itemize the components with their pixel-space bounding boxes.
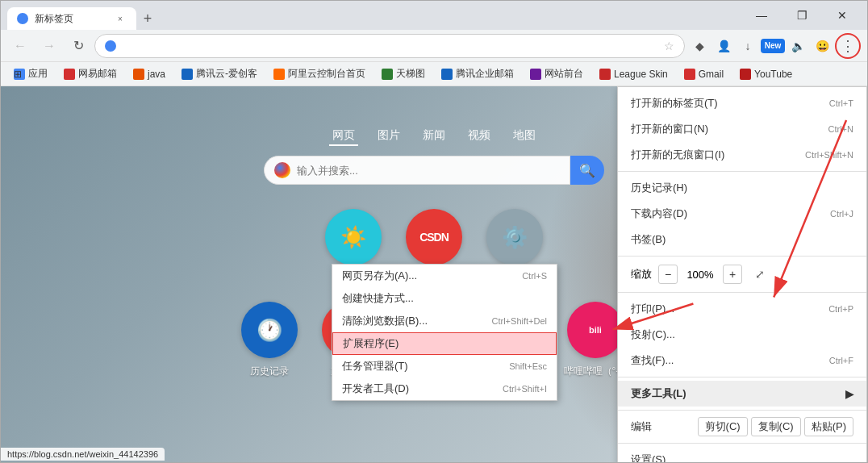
cut-button[interactable]: 剪切(C) bbox=[698, 417, 748, 436]
bookmark-aliyun[interactable]: 阿里云控制台首页 bbox=[267, 65, 372, 83]
zoom-plus-button[interactable]: + bbox=[723, 265, 742, 284]
bookmark-tencent-cloud[interactable]: 腾讯云-爱创客 bbox=[175, 65, 264, 83]
address-bar[interactable]: ☆ bbox=[94, 34, 685, 58]
menu-downloads-shortcut: Ctrl+J bbox=[830, 209, 853, 219]
search-tab-web[interactable]: 网页 bbox=[329, 127, 358, 146]
search-tab-map[interactable]: 地图 bbox=[510, 127, 539, 146]
tencent-cloud-icon bbox=[182, 69, 193, 80]
context-menu: 网页另存为(A)... Ctrl+S 创建快捷方式... 清除浏览数据(B)..… bbox=[332, 264, 557, 401]
menu-find-label: 查找(F)... bbox=[631, 353, 674, 368]
bookmark-league-skin[interactable]: League Skin bbox=[593, 65, 674, 83]
bookmark-aliyun-label: 阿里云控制台首页 bbox=[288, 67, 365, 81]
menu-print-label: 打印(P)... bbox=[631, 302, 674, 316]
app-bilibili-icon: bili bbox=[567, 302, 624, 358]
ctx-shortcut[interactable]: 创建快捷方式... bbox=[332, 287, 557, 310]
forward-button[interactable]: → bbox=[36, 33, 62, 59]
ctx-clear-browsing[interactable]: 清除浏览数据(B)... Ctrl+Shift+Del bbox=[332, 310, 557, 332]
bookmark-ladder[interactable]: 天梯图 bbox=[375, 65, 432, 83]
menu-incognito[interactable]: 打开新的无痕窗口(I) Ctrl+Shift+N bbox=[618, 142, 866, 168]
menu-bookmarks-label: 书签(B) bbox=[631, 232, 666, 247]
zoom-minus-button[interactable]: − bbox=[658, 265, 678, 284]
menu-incognito-label: 打开新的无痕窗口(I) bbox=[631, 148, 724, 162]
refresh-button[interactable]: ↻ bbox=[65, 33, 91, 59]
bookmark-java[interactable]: java bbox=[127, 65, 172, 83]
menu-settings-label: 设置(S) bbox=[631, 453, 666, 462]
close-button[interactable]: ✕ bbox=[824, 2, 861, 28]
menu-downloads[interactable]: 下载内容(D) Ctrl+J bbox=[618, 201, 866, 227]
search-logo-icon bbox=[274, 162, 290, 178]
bookmark-tencent-cloud-label: 腾讯云-爱创客 bbox=[196, 67, 257, 81]
menu-new-tab[interactable]: 打开新的标签页(T) Ctrl+T bbox=[618, 90, 866, 116]
search-tab-news[interactable]: 新闻 bbox=[419, 127, 449, 146]
search-area: 网页 图片 新闻 视频 地图 🔍 bbox=[264, 127, 604, 185]
ctx-clear-browsing-shortcut: Ctrl+Shift+Del bbox=[492, 316, 547, 326]
search-tab-video[interactable]: 视频 bbox=[465, 127, 494, 146]
menu-history[interactable]: 历史记录(H) bbox=[618, 175, 866, 201]
menu-settings[interactable]: 设置(S) bbox=[618, 447, 866, 462]
search-button[interactable]: 🔍 bbox=[570, 156, 604, 185]
menu-print-shortcut: Ctrl+P bbox=[828, 304, 853, 314]
bookmark-youtube[interactable]: YouTube bbox=[733, 65, 799, 83]
account-icon[interactable]: 😀 bbox=[811, 35, 833, 57]
menu-print[interactable]: 打印(P)... Ctrl+P bbox=[618, 296, 866, 322]
menu-new-window[interactable]: 打开新的窗口(N) Ctrl+N bbox=[618, 116, 866, 142]
bookmark-league-skin-label: League Skin bbox=[614, 69, 668, 80]
bookmark-qq-mail[interactable]: 腾讯企业邮箱 bbox=[435, 65, 520, 83]
nav-bar: ← → ↻ ☆ ◆ 👤 ↓ New 🔈 😀 ⋮ bbox=[1, 30, 867, 62]
menu-cast[interactable]: 投射(C)... bbox=[618, 322, 866, 348]
ctx-devtools[interactable]: 开发者工具(D) Ctrl+Shift+I bbox=[332, 377, 557, 400]
zoom-control: 缩放 − 100% + ⤢ bbox=[618, 260, 866, 289]
menu-bookmarks[interactable]: 书签(B) bbox=[618, 227, 866, 252]
minimize-button[interactable]: — bbox=[743, 2, 780, 28]
ctx-save-page-shortcut: Ctrl+S bbox=[522, 271, 547, 281]
ctx-save-page[interactable]: 网页另存为(A)... Ctrl+S bbox=[332, 265, 557, 287]
new-badge-icon[interactable]: New bbox=[761, 39, 785, 53]
menu-find[interactable]: 查找(F)... Ctrl+F bbox=[618, 348, 866, 373]
extensions-icon[interactable]: ◆ bbox=[688, 35, 711, 57]
sound-icon[interactable]: 🔈 bbox=[787, 35, 809, 57]
tab-title: 新标签页 bbox=[35, 12, 107, 26]
tab-favicon bbox=[17, 13, 28, 24]
address-input[interactable] bbox=[121, 40, 659, 52]
profile-icon[interactable]: 👤 bbox=[712, 35, 735, 57]
zoom-label: 缩放 bbox=[631, 267, 652, 282]
downloads-icon[interactable]: ↓ bbox=[737, 35, 759, 57]
active-tab[interactable]: 新标签页 × bbox=[7, 7, 136, 30]
menu-more-tools-arrow: ▶ bbox=[845, 388, 853, 400]
new-tab-button[interactable]: + bbox=[136, 7, 159, 30]
back-button[interactable]: ← bbox=[7, 33, 33, 59]
tab-close-button[interactable]: × bbox=[114, 12, 127, 25]
bookmark-star-icon[interactable]: ☆ bbox=[664, 40, 674, 52]
copy-button[interactable]: 复制(C) bbox=[751, 417, 801, 436]
mail-icon bbox=[64, 69, 75, 80]
menu-section-tabs: 打开新的标签页(T) Ctrl+T 打开新的窗口(N) Ctrl+N 打开新的无… bbox=[618, 87, 866, 172]
toolbar-icons: ◆ 👤 ↓ New 🔈 😀 ⋮ bbox=[688, 33, 861, 59]
bookmark-apps[interactable]: ⊞ 应用 bbox=[7, 65, 54, 83]
league-skin-icon bbox=[599, 69, 611, 80]
ctx-clear-browsing-label: 清除浏览数据(B)... bbox=[342, 314, 428, 328]
title-bar: 新标签页 × + — ❐ ✕ bbox=[1, 1, 867, 30]
page-content: 网页 图片 新闻 视频 地图 🔍 ☀️ bbox=[1, 86, 867, 462]
search-input[interactable] bbox=[297, 165, 560, 177]
ctx-extensions[interactable]: 扩展程序(E) bbox=[332, 332, 557, 355]
bookmark-gmail[interactable]: Gmail bbox=[678, 65, 730, 83]
ctx-devtools-shortcut: Ctrl+Shift+I bbox=[503, 384, 547, 394]
bookmark-website[interactable]: 网站前台 bbox=[524, 65, 590, 83]
apps-grid-icon: ⊞ bbox=[14, 69, 25, 80]
ctx-save-page-label: 网页另存为(A)... bbox=[342, 269, 417, 283]
paste-button[interactable]: 粘贴(P) bbox=[804, 417, 853, 436]
menu-section-zoom: 缩放 − 100% + ⤢ bbox=[618, 257, 866, 293]
search-box[interactable] bbox=[264, 156, 570, 185]
bookmark-mail[interactable]: 网易邮箱 bbox=[57, 65, 123, 83]
maximize-button[interactable]: ❐ bbox=[783, 2, 820, 28]
ctx-task-manager[interactable]: 任务管理器(T) Shift+Esc bbox=[332, 355, 557, 377]
bookmark-qq-mail-label: 腾讯企业邮箱 bbox=[456, 67, 514, 81]
zoom-expand-button[interactable]: ⤢ bbox=[755, 268, 765, 281]
app-history[interactable]: 🕐 历史记录 bbox=[241, 302, 298, 378]
url-hint: https://blog.csdn.net/weixin_44142396 bbox=[1, 448, 165, 461]
search-tab-image[interactable]: 图片 bbox=[374, 127, 403, 146]
browser-menu-button[interactable]: ⋮ bbox=[835, 33, 861, 59]
search-box-wrap: 🔍 bbox=[264, 156, 604, 185]
menu-more-tools[interactable]: 更多工具(L) ▶ bbox=[618, 381, 866, 407]
browser-menu: 打开新的标签页(T) Ctrl+T 打开新的窗口(N) Ctrl+N 打开新的无… bbox=[617, 86, 867, 462]
